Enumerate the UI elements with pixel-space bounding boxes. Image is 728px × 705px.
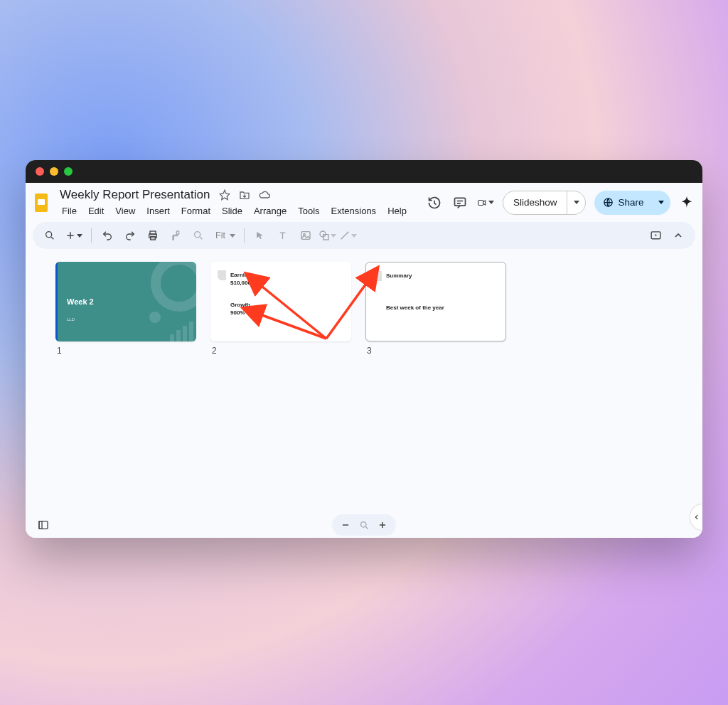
svg-point-20 [360,521,366,527]
menu-extensions[interactable]: Extensions [326,204,382,218]
gemini-icon[interactable] [679,195,695,211]
zoom-reset-icon[interactable] [356,517,372,533]
search-menus-icon[interactable] [40,226,60,245]
header-actions: Slideshow Share [426,191,702,215]
slide1-title: Week 2 [67,297,94,306]
slide-grid-view: Week 2 LLD 1 Earnings $10,000 Growth 900… [26,249,702,512]
comments-icon[interactable] [451,194,469,211]
redo-icon[interactable] [120,226,140,245]
share-button[interactable]: Share [594,197,652,208]
menu-view[interactable]: View [110,204,140,218]
svg-rect-3 [478,200,483,205]
menu-help[interactable]: Help [382,204,412,218]
slide2-value2: 900% [230,309,338,316]
footer-bar [26,512,702,538]
select-tool-icon[interactable] [250,226,270,245]
titlebar [26,160,702,183]
shape-icon[interactable] [318,226,336,245]
slideshow-dropdown-button[interactable] [567,191,585,214]
svg-rect-1 [38,199,45,205]
slide-item-3: Summary Best week of the year 3 [365,262,506,356]
share-dropdown-button[interactable] [652,191,670,215]
slide3-heading1: Summary [386,272,493,279]
svg-rect-13 [323,235,328,240]
slide2-heading2: Growth [230,302,338,308]
menu-slide[interactable]: Slide [217,204,247,218]
zoom-in-button[interactable] [375,517,390,533]
window-minimize-button[interactable] [50,167,58,176]
zoom-dropdown[interactable]: Fit [211,226,238,245]
image-icon[interactable] [296,226,316,245]
slides-logo-icon[interactable] [33,190,50,216]
svg-rect-2 [454,198,465,206]
svg-rect-18 [39,521,48,529]
share-label: Share [618,197,643,208]
slide1-subtitle: LLD [67,317,75,322]
gemini-toolbar-icon[interactable] [646,226,665,245]
slide-thumbnail-1[interactable]: Week 2 LLD [55,262,196,341]
menu-file[interactable]: File [57,204,82,218]
meet-icon[interactable] [477,194,494,211]
window-close-button[interactable] [36,167,44,176]
hide-menus-icon[interactable] [668,226,688,245]
menu-insert[interactable]: Insert [141,204,175,218]
menu-bar: File Edit View Insert Format Slide Arran… [57,204,412,218]
star-icon[interactable] [218,189,231,201]
paint-format-icon[interactable] [166,226,186,245]
print-icon[interactable] [143,226,163,245]
explore-icon[interactable] [36,517,51,533]
window-zoom-button[interactable] [64,167,73,176]
slide-number-3: 3 [365,346,506,356]
zoom-level-label: Fit [214,230,227,240]
slideshow-button-group: Slideshow [503,191,587,215]
svg-rect-19 [39,521,42,529]
menu-edit[interactable]: Edit [83,204,109,218]
menu-tools[interactable]: Tools [293,204,324,218]
new-slide-button[interactable] [63,226,85,245]
slide-thumbnail-2[interactable]: Earnings $10,000 Growth 900% [210,262,351,341]
move-folder-icon[interactable] [238,189,251,201]
app-header: Weekly Report Presentation File Edit Vie… [26,183,702,218]
svg-point-5 [46,232,52,238]
slide2-value1: $10,000 [230,280,338,286]
text-box-icon[interactable] [273,226,293,245]
menu-arrange[interactable]: Arrange [249,204,291,218]
menu-format[interactable]: Format [176,204,215,218]
zoom-controls [332,514,396,536]
slide-number-1: 1 [55,346,196,356]
slide-number-2: 2 [210,346,351,356]
app-window: Weekly Report Presentation File Edit Vie… [26,160,702,538]
history-icon[interactable] [426,194,443,211]
slideshow-button[interactable]: Slideshow [503,197,567,208]
svg-point-9 [195,232,200,238]
line-icon[interactable] [339,226,357,245]
zoom-tool-icon[interactable] [188,226,208,245]
slide-item-1: Week 2 LLD 1 [55,262,196,356]
svg-rect-10 [301,232,310,240]
slide-thumbnail-3[interactable]: Summary Best week of the year [365,262,506,341]
globe-icon [603,197,614,208]
slide3-body: Best week of the year [386,304,493,311]
slide2-heading1: Earnings [230,272,338,278]
share-button-group: Share [594,191,670,215]
zoom-out-button[interactable] [338,517,353,533]
undo-icon[interactable] [97,226,117,245]
cloud-status-icon[interactable] [258,189,271,201]
toolbar: Fit [33,222,695,249]
document-title[interactable]: Weekly Report Presentation [57,187,213,203]
slide-item-2: Earnings $10,000 Growth 900% 2 [210,262,351,356]
